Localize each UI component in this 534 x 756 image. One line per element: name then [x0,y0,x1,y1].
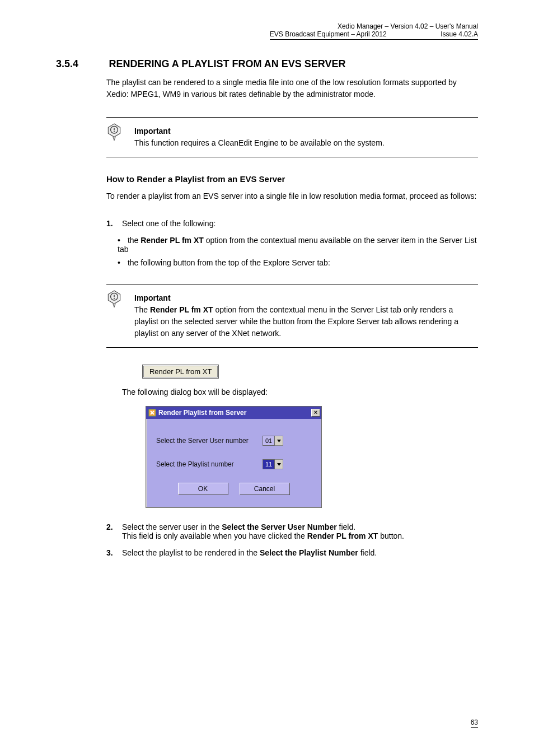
intro-paragraph: The playlist can be rendered to a single… [106,77,478,100]
cancel-button[interactable]: Cancel [240,483,290,495]
step-2: 2. Select the server user in the Select … [106,522,478,540]
row-server-user: Select the Server User number 01 [156,436,311,446]
combo-playlist-number[interactable]: 11 [263,459,283,469]
svg-point-2 [114,131,115,132]
svg-point-5 [114,298,115,299]
render-pl-button[interactable]: Render PL from XT [143,366,218,377]
note-1: Important This function requires a Clean… [106,117,478,157]
bullet-1: • the Render PL fm XT option from the co… [118,236,478,254]
step-intro: To render a playlist from an EVS server … [106,190,478,202]
dialog-titlebar: Render Playlist from Server × [146,407,321,419]
chevron-down-icon[interactable] [275,459,283,469]
step-1: 1. Select one of the following: [106,219,478,228]
page-header: Xedio Manager – Version 4.02 – User's Ma… [270,22,478,40]
note-2: Important The Render PL fm XT option fro… [106,284,478,348]
label-playlist-number: Select the Playlist number [156,460,263,468]
label-server-user: Select the Server User number [156,437,263,445]
section-number: 3.5.4 [56,58,106,70]
important-icon [106,290,122,310]
dialog-intro: The following dialog box will be display… [122,386,478,398]
header-line-1: Xedio Manager – Version 4.02 – User's Ma… [270,22,478,30]
note-2-text: Important The Render PL fm XT option fro… [134,292,478,339]
button-illustration: Render PL from XT [106,365,478,379]
note-1-text: Important This function requires a Clean… [134,125,478,149]
section-heading: RENDERING A PLAYLIST FROM AN EVS SERVER [109,58,345,70]
page-footer: 63 [56,718,478,728]
step-3: 3. Select the playlist to be rendered in… [106,548,478,557]
close-icon[interactable]: × [311,409,320,417]
render-playlist-dialog: Render Playlist from Server × Select the… [146,406,322,508]
combo-playlist-number-value: 11 [263,459,275,469]
combo-server-user-value: 01 [263,436,275,446]
bullet-2: • the following button from the top of t… [118,258,478,267]
page: Xedio Manager – Version 4.02 – User's Ma… [0,0,534,756]
ok-button[interactable]: OK [178,483,228,495]
section-heading-row: 3.5.4 RENDERING A PLAYLIST FROM AN EVS S… [56,58,478,70]
important-icon [106,123,122,143]
dialog-title: Render Playlist from Server [158,409,311,417]
chevron-down-icon[interactable] [275,436,283,446]
render-pl-button-outer: Render PL from XT [142,365,219,379]
page-number: 63 [471,718,478,728]
combo-server-user[interactable]: 01 [263,436,283,446]
app-icon [148,409,156,417]
header-line-2: EVS Broadcast Equipment – April 2012 Iss… [270,30,478,40]
row-playlist-number: Select the Playlist number 11 [156,459,311,469]
subheading: How to Render a Playlist from an EVS Ser… [106,174,478,184]
